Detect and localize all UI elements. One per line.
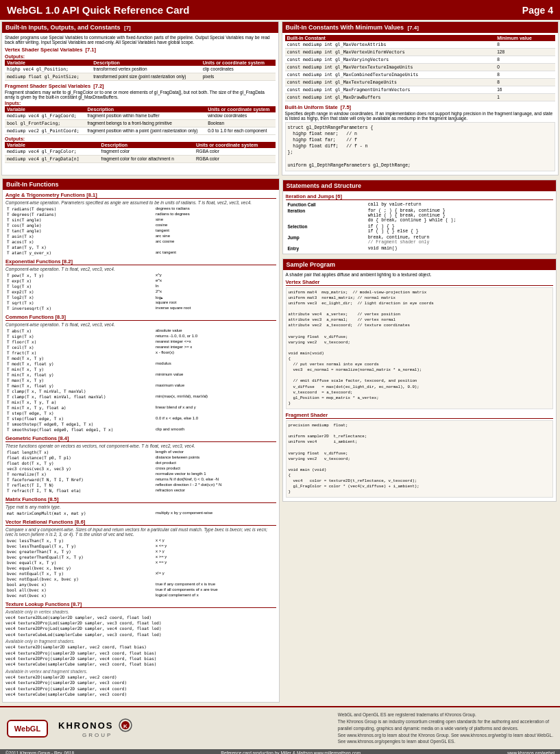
texture-vertex-funcs: vec4 texture2DLod(sampler2D sampler, vec…: [5, 615, 276, 638]
table-row: T ceil(T x)nearest integer >= x: [5, 345, 276, 350]
table-row: T clamp(T x, float minVal, float maxVal)…: [5, 394, 276, 400]
col-units: Units or coordinate system: [201, 60, 276, 66]
table-row: T mix(T x, T y, float a)linear blend of …: [5, 405, 276, 411]
list-item: vec4 texture2DProj(sampler2D sampler, ve…: [5, 680, 276, 685]
page-title: WebGL 1.0 API Quick Reference Card: [7, 4, 189, 16]
exp-title: Exponential Functions [8.2]: [5, 258, 276, 265]
list-item: vec4 texture2D(sampler2D sampler, vec2 c…: [5, 674, 276, 680]
matrix-desc: Type mat is any matrix type.: [5, 504, 276, 509]
table-row: Jump break, continue, return // Fragment…: [286, 234, 554, 245]
table-row: bool any(bvec x)true if any component of…: [5, 582, 276, 587]
builtin-functions-title: Built-In Functions: [3, 179, 279, 190]
table-row: bvec greaterThan(T x, T y)x > y: [5, 549, 276, 555]
uniform-desc: Specifies depth range in window coordina…: [285, 111, 556, 121]
table-row: vec3 cross(vec3 x, vec3 y)cross product: [5, 466, 276, 472]
table-row: T normalize(T x)normalize vector to leng…: [5, 472, 276, 477]
bottom-left: ©2011 Khronos Group - Rev. 0618: [5, 751, 74, 754]
table-row: T mix(T x, T y, T a): [5, 400, 276, 405]
inputs-outputs-title: Built-In Inputs, Outputs, and Constants …: [2, 22, 278, 33]
fragment-special-title: Fragment Shader Special Variables [7.2]: [5, 83, 276, 89]
sample-program-body: A shader pair that applies diffuse and a…: [283, 270, 557, 502]
list-item: vec4 textureCube(samplerCube sampler, ve…: [5, 692, 276, 697]
vertex-special-title: Vertex Shader Special Variables [7.1]: [5, 47, 276, 53]
table-row: T max(T x, float y)maximum value: [5, 383, 276, 389]
list-item: vec4 texture2D(sampler2D sampler, vec2 c…: [5, 644, 276, 650]
uniform-state-title: Built-In Uniform State [7.5]: [285, 104, 556, 110]
table-row: T atan(T y, T x): [5, 245, 276, 250]
bottom-center: Reference card production by Miller & Ma…: [221, 751, 361, 754]
sample-program-section: Sample Program A shader pair that applie…: [282, 258, 557, 502]
table-row: T smoothstep(float edge0, float edge1, T…: [5, 427, 276, 433]
table-row: T sin(T angle)sine: [5, 217, 276, 223]
statements-title: Statements and Structure: [283, 180, 557, 191]
table-row: bvec notEqual(bvec x, bvec y): [5, 576, 276, 582]
common-title: Common Functions [8.3]: [5, 314, 276, 321]
common-table: T abs(T x)absolute valueT sign(T x)retur…: [5, 328, 276, 433]
table-row: T sqrt(T x)square root: [5, 300, 276, 306]
table-row: highp vec4 gl_Position;transformed verte…: [5, 66, 276, 73]
vector-table: bvec lessThan(T x, T y)x < ybvec lessTha…: [5, 538, 276, 598]
footer-logos: WebGL KHRONOS K GROUP: [7, 718, 136, 738]
constants-title: Built-In Constants With Minimum Values […: [282, 22, 559, 33]
table-row: T reflect(T I, T N)reflection direction …: [5, 483, 276, 488]
table-row: T min(T x, T y): [5, 367, 276, 372]
table-row: const mediump int gl_MaxVertexUniformVec…: [285, 49, 556, 56]
fragment-outputs-label: Outputs:: [5, 136, 276, 141]
table-row: T faceforward(T N, T I, T Nref)returns N…: [5, 477, 276, 483]
table-row: T log2(T x)log₂: [5, 295, 276, 300]
fragment-shader-code: precision mediump float; uniform sampler…: [286, 420, 554, 498]
table-row: bvec notEqual(T x, T y)x!= y: [5, 571, 276, 576]
list-item: vec4 texture2DLod(sampler2D sampler, vec…: [5, 615, 276, 620]
table-row: const mediump int gl_MaxCombinedTextureI…: [285, 71, 556, 79]
footer: WebGL KHRONOS K GROUP WebGL and OpenGL E…: [0, 706, 560, 749]
page-container: WebGL 1.0 API Quick Reference Card Page …: [0, 0, 560, 754]
table-row: T acos(T x)arc cosine: [5, 239, 276, 245]
common-section: Common Functions [8.3] Component-wise op…: [5, 314, 276, 433]
table-row: bvec equal(T x, T y)x == y: [5, 560, 276, 566]
footer-text: WebGL and OpenGL ES are registered trade…: [338, 712, 553, 745]
table-row: mediump vec4 gl_FragCoord;fragment posit…: [5, 112, 276, 120]
fragment-inputs-label: Inputs:: [5, 101, 276, 106]
texture-vertex-only-label: Available only in vertex shaders.: [5, 609, 276, 614]
texture-fragment-funcs: vec4 texture2D(sampler2D sampler, vec2 c…: [5, 644, 276, 668]
angle-trig-table: T radians(T degrees)degrees to radiansT …: [5, 206, 276, 256]
inputs-intro: Shader programs use Special Variables to…: [5, 35, 276, 45]
table-row: T exp2(T x)2^x: [5, 289, 276, 295]
table-row: const mediump int gl_MaxTextureImageUnit…: [285, 79, 556, 86]
texture-section: Texture Lookup Functions [8.7] Available…: [5, 601, 276, 698]
table-row: float distance(T p0, T p1)distance betwe…: [5, 455, 276, 461]
table-row: T max(T x, T y): [5, 378, 276, 383]
fragment-desc: Fragment shaders may write to gl_FragCol…: [5, 90, 276, 99]
page-number: Page 4: [522, 5, 553, 16]
vector-desc: Compare x and y component-wise. Sizes of…: [5, 527, 276, 537]
table-row: const mediump int gl_MaxVaryingVectors8: [285, 56, 556, 64]
fragment-outputs-table: Variable Description Units or coordinate…: [5, 142, 276, 163]
iteration-table: Function Call call by value-return Itera…: [286, 202, 554, 252]
common-desc: Component-wise operation. T is float, ve…: [5, 322, 276, 327]
table-row: T inversesqrt(T x)inverse square root: [5, 306, 276, 311]
list-item: vec4 texture2DProjLod(sampler2D sampler,…: [5, 626, 276, 631]
table-row: mediump vec4 gl_FragColor;fragment color…: [5, 148, 276, 156]
webgl-logo: WebGL: [7, 720, 48, 738]
list-item: vec4 texture2DProj(sampler2D sampler, ve…: [5, 650, 276, 656]
statements-section: Statements and Structure Iteration and J…: [282, 180, 557, 254]
col-variable: Variable: [5, 60, 91, 66]
table-row: Entry void main(): [286, 245, 554, 252]
vertex-shader-label: Vertex Shader: [286, 279, 554, 286]
geo-table: float length(T x)length of vectorfloat d…: [5, 450, 276, 494]
table-row: T clamp(T x, T minVal, T maxVal): [5, 389, 276, 394]
table-row: T mod(T x, T y): [5, 356, 276, 361]
inputs-outputs-body: Shader programs use Special Variables to…: [2, 33, 278, 165]
vertex-shader-code: uniform mat4 mvp_matrix; // model-view-p…: [286, 287, 554, 409]
exp-table: T pow(T x, T y)x^yT exp(T x)e^xT log(T x…: [5, 273, 276, 311]
builtin-functions-body: Angle & Trigonometry Functions [8.1] Com…: [3, 190, 279, 703]
table-row: bool all(bvec x)true if all components o…: [5, 587, 276, 593]
list-item: vec4 textureCubeLod(samplerCube sampler,…: [5, 632, 276, 637]
table-row: T mod(T x, float y)modulus: [5, 361, 276, 367]
geo-desc: These functions operate on vectors as ve…: [5, 443, 276, 448]
sample-desc: A shader pair that applies diffuse and a…: [286, 272, 554, 277]
sample-program-title: Sample Program: [283, 259, 557, 270]
table-row: T log(T x)ln: [5, 284, 276, 289]
angle-trig-desc: Component-wise operation. Parameters spe…: [5, 200, 276, 205]
table-row: mediump float gl_PointSize;transformed p…: [5, 73, 276, 81]
